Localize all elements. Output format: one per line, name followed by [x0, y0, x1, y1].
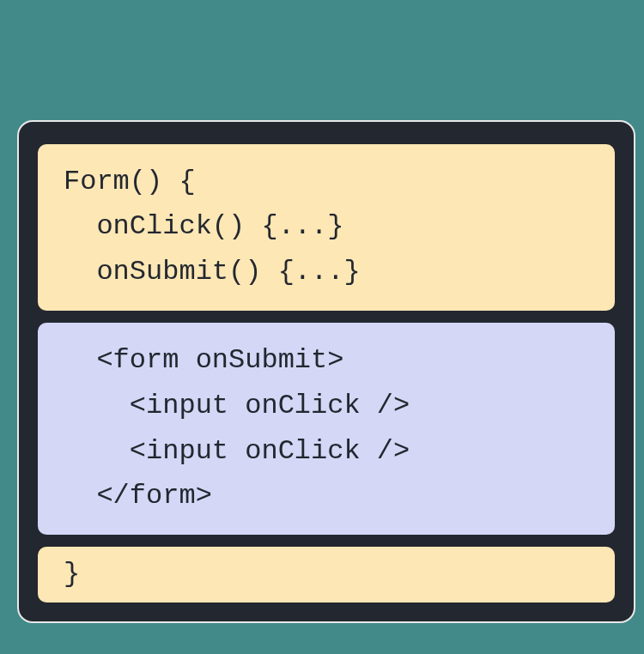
code-line: <input onClick /> — [64, 390, 410, 421]
code-line: <input onClick /> — [64, 435, 410, 467]
code-line: </form> — [64, 480, 212, 512]
code-line: onClick() {...} — [64, 210, 343, 242]
code-line: onSubmit() {...} — [64, 256, 361, 288]
code-diagram-card: Form() { onClick() {...} onSubmit() {...… — [17, 120, 635, 623]
code-line: Form() { — [64, 166, 196, 197]
code-block-top: Form() { onClick() {...} onSubmit() {...… — [38, 144, 615, 311]
code-block-bottom: } — [38, 547, 615, 603]
code-line: } — [64, 558, 80, 590]
code-line: <form onSubmit> — [64, 344, 343, 376]
code-block-middle: <form onSubmit> <input onClick /> <input… — [38, 323, 615, 535]
